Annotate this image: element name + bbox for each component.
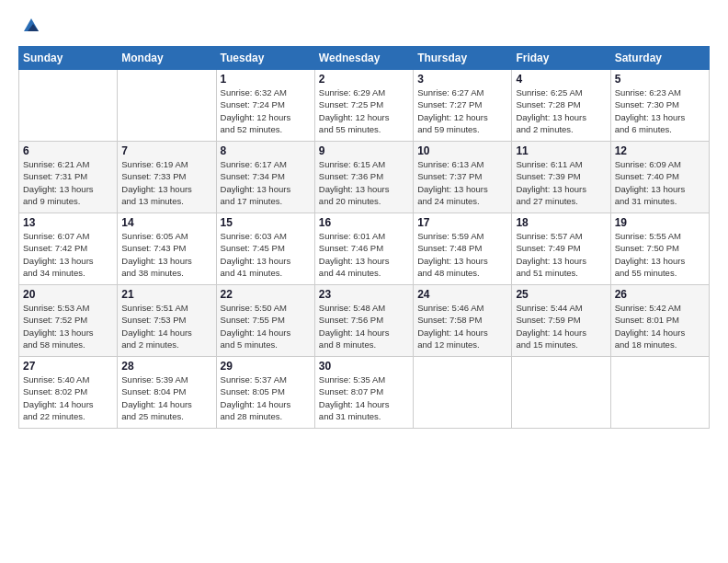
day-number: 3	[417, 73, 507, 86]
calendar-cell: 10Sunrise: 6:13 AM Sunset: 7:37 PM Dayli…	[414, 142, 512, 213]
calendar-cell: 13Sunrise: 6:07 AM Sunset: 7:42 PM Dayli…	[19, 213, 118, 285]
day-info: Sunrise: 6:29 AM Sunset: 7:25 PM Dayligh…	[319, 86, 409, 135]
calendar-cell: 29Sunrise: 5:37 AM Sunset: 8:05 PM Dayli…	[216, 357, 314, 429]
calendar-header-monday: Monday	[118, 47, 216, 70]
header	[18, 15, 710, 37]
calendar-week-1: 6Sunrise: 6:21 AM Sunset: 7:31 PM Daylig…	[19, 142, 710, 213]
page: SundayMondayTuesdayWednesdayThursdayFrid…	[0, 0, 728, 563]
calendar-cell: 21Sunrise: 5:51 AM Sunset: 7:53 PM Dayli…	[118, 285, 216, 357]
logo-icon	[20, 15, 42, 37]
day-info: Sunrise: 6:03 AM Sunset: 7:45 PM Dayligh…	[221, 230, 311, 279]
day-info: Sunrise: 6:11 AM Sunset: 7:39 PM Dayligh…	[516, 158, 606, 207]
day-number: 29	[221, 360, 311, 373]
calendar-cell	[512, 357, 610, 429]
day-info: Sunrise: 5:46 AM Sunset: 7:58 PM Dayligh…	[417, 302, 507, 350]
day-number: 6	[23, 144, 113, 157]
day-info: Sunrise: 6:23 AM Sunset: 7:30 PM Dayligh…	[615, 86, 705, 135]
day-info: Sunrise: 5:55 AM Sunset: 7:50 PM Dayligh…	[615, 230, 705, 279]
calendar-cell: 18Sunrise: 5:57 AM Sunset: 7:49 PM Dayli…	[512, 213, 610, 285]
calendar-header-saturday: Saturday	[610, 47, 709, 70]
calendar-cell: 24Sunrise: 5:46 AM Sunset: 7:58 PM Dayli…	[414, 285, 512, 357]
day-number: 14	[121, 216, 211, 229]
day-info: Sunrise: 5:57 AM Sunset: 7:49 PM Dayligh…	[516, 230, 606, 279]
day-number: 7	[121, 144, 211, 157]
day-number: 22	[221, 288, 311, 301]
day-info: Sunrise: 5:39 AM Sunset: 8:04 PM Dayligh…	[121, 373, 211, 422]
calendar-cell: 14Sunrise: 6:05 AM Sunset: 7:43 PM Dayli…	[118, 213, 216, 285]
day-info: Sunrise: 6:21 AM Sunset: 7:31 PM Dayligh…	[23, 158, 113, 207]
calendar-cell: 23Sunrise: 5:48 AM Sunset: 7:56 PM Dayli…	[314, 285, 413, 357]
calendar-header-thursday: Thursday	[414, 47, 512, 70]
calendar-cell: 27Sunrise: 5:40 AM Sunset: 8:02 PM Dayli…	[19, 357, 118, 429]
calendar-week-2: 13Sunrise: 6:07 AM Sunset: 7:42 PM Dayli…	[19, 213, 710, 285]
day-info: Sunrise: 6:25 AM Sunset: 7:28 PM Dayligh…	[516, 86, 606, 135]
day-number: 30	[319, 360, 409, 373]
calendar-cell	[19, 70, 118, 142]
calendar-cell	[118, 70, 216, 142]
calendar-cell: 3Sunrise: 6:27 AM Sunset: 7:27 PM Daylig…	[414, 70, 512, 142]
day-info: Sunrise: 6:05 AM Sunset: 7:43 PM Dayligh…	[121, 230, 211, 279]
calendar-cell: 25Sunrise: 5:44 AM Sunset: 7:59 PM Dayli…	[512, 285, 610, 357]
day-number: 4	[516, 73, 606, 86]
day-number: 15	[221, 216, 311, 229]
calendar-cell: 6Sunrise: 6:21 AM Sunset: 7:31 PM Daylig…	[19, 142, 118, 213]
day-info: Sunrise: 5:51 AM Sunset: 7:53 PM Dayligh…	[121, 302, 211, 350]
calendar-table: SundayMondayTuesdayWednesdayThursdayFrid…	[18, 46, 710, 429]
day-info: Sunrise: 5:48 AM Sunset: 7:56 PM Dayligh…	[319, 302, 409, 350]
day-number: 9	[319, 144, 409, 157]
calendar-cell: 9Sunrise: 6:15 AM Sunset: 7:36 PM Daylig…	[314, 142, 413, 213]
calendar-cell	[414, 357, 512, 429]
day-info: Sunrise: 5:42 AM Sunset: 8:01 PM Dayligh…	[615, 302, 705, 350]
day-number: 5	[615, 73, 705, 86]
day-number: 21	[121, 288, 211, 301]
day-number: 28	[121, 360, 211, 373]
day-info: Sunrise: 6:01 AM Sunset: 7:46 PM Dayligh…	[319, 230, 409, 279]
calendar-week-0: 1Sunrise: 6:32 AM Sunset: 7:24 PM Daylig…	[19, 70, 710, 142]
calendar-cell	[610, 357, 709, 429]
calendar-header-sunday: Sunday	[19, 47, 118, 70]
day-info: Sunrise: 6:27 AM Sunset: 7:27 PM Dayligh…	[417, 86, 507, 135]
calendar-cell: 11Sunrise: 6:11 AM Sunset: 7:39 PM Dayli…	[512, 142, 610, 213]
day-number: 23	[319, 288, 409, 301]
day-info: Sunrise: 5:37 AM Sunset: 8:05 PM Dayligh…	[221, 373, 311, 422]
day-number: 1	[221, 73, 311, 86]
calendar-cell: 12Sunrise: 6:09 AM Sunset: 7:40 PM Dayli…	[610, 142, 709, 213]
day-number: 17	[417, 216, 507, 229]
calendar-week-3: 20Sunrise: 5:53 AM Sunset: 7:52 PM Dayli…	[19, 285, 710, 357]
calendar-header-wednesday: Wednesday	[314, 47, 413, 70]
day-number: 20	[23, 288, 113, 301]
day-number: 24	[417, 288, 507, 301]
day-number: 12	[615, 144, 705, 157]
calendar-header-friday: Friday	[512, 47, 610, 70]
calendar-cell: 26Sunrise: 5:42 AM Sunset: 8:01 PM Dayli…	[610, 285, 709, 357]
calendar-week-4: 27Sunrise: 5:40 AM Sunset: 8:02 PM Dayli…	[19, 357, 710, 429]
day-info: Sunrise: 6:09 AM Sunset: 7:40 PM Dayligh…	[615, 158, 705, 207]
calendar-header-row: SundayMondayTuesdayWednesdayThursdayFrid…	[19, 47, 710, 70]
day-info: Sunrise: 6:17 AM Sunset: 7:34 PM Dayligh…	[221, 158, 311, 207]
day-info: Sunrise: 6:19 AM Sunset: 7:33 PM Dayligh…	[121, 158, 211, 207]
day-info: Sunrise: 5:50 AM Sunset: 7:55 PM Dayligh…	[221, 302, 311, 350]
day-info: Sunrise: 5:59 AM Sunset: 7:48 PM Dayligh…	[417, 230, 507, 279]
day-info: Sunrise: 6:15 AM Sunset: 7:36 PM Dayligh…	[319, 158, 409, 207]
day-number: 18	[516, 216, 606, 229]
calendar-header-tuesday: Tuesday	[216, 47, 314, 70]
day-info: Sunrise: 6:13 AM Sunset: 7:37 PM Dayligh…	[417, 158, 507, 207]
logo	[18, 15, 42, 37]
day-number: 19	[615, 216, 705, 229]
day-number: 25	[516, 288, 606, 301]
calendar-cell: 20Sunrise: 5:53 AM Sunset: 7:52 PM Dayli…	[19, 285, 118, 357]
calendar-cell: 1Sunrise: 6:32 AM Sunset: 7:24 PM Daylig…	[216, 70, 314, 142]
calendar-cell: 7Sunrise: 6:19 AM Sunset: 7:33 PM Daylig…	[118, 142, 216, 213]
calendar-cell: 16Sunrise: 6:01 AM Sunset: 7:46 PM Dayli…	[314, 213, 413, 285]
day-info: Sunrise: 5:53 AM Sunset: 7:52 PM Dayligh…	[23, 302, 113, 350]
day-number: 13	[23, 216, 113, 229]
day-info: Sunrise: 5:44 AM Sunset: 7:59 PM Dayligh…	[516, 302, 606, 350]
day-number: 11	[516, 144, 606, 157]
calendar-cell: 5Sunrise: 6:23 AM Sunset: 7:30 PM Daylig…	[610, 70, 709, 142]
day-info: Sunrise: 6:07 AM Sunset: 7:42 PM Dayligh…	[23, 230, 113, 279]
calendar-cell: 4Sunrise: 6:25 AM Sunset: 7:28 PM Daylig…	[512, 70, 610, 142]
calendar-cell: 22Sunrise: 5:50 AM Sunset: 7:55 PM Dayli…	[216, 285, 314, 357]
day-number: 26	[615, 288, 705, 301]
day-number: 10	[417, 144, 507, 157]
day-info: Sunrise: 5:35 AM Sunset: 8:07 PM Dayligh…	[319, 373, 409, 422]
